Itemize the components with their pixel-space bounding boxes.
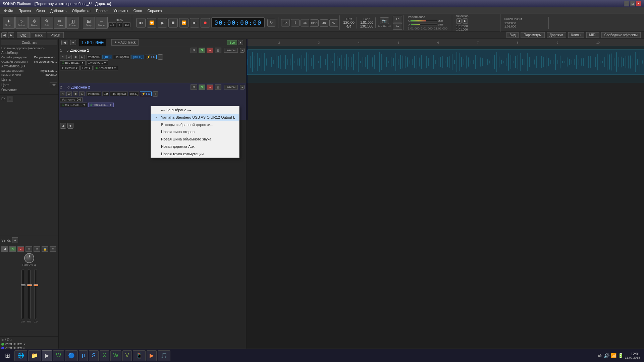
- sends-add-button[interactable]: +: [12, 237, 18, 243]
- tab-proch[interactable]: ProCh: [47, 32, 64, 38]
- taskbar-media[interactable]: ▶: [147, 350, 157, 361]
- view-all-button[interactable]: Все: [227, 40, 237, 45]
- track-solo-1[interactable]: S: [199, 48, 205, 53]
- add-track-button[interactable]: + + Add Track: [111, 39, 139, 46]
- master-arm-button[interactable]: ●: [17, 246, 24, 252]
- taskbar-viber[interactable]: V: [122, 350, 132, 361]
- fx-add-button[interactable]: +: [7, 96, 13, 102]
- master-mute2-button[interactable]: M: [50, 246, 56, 252]
- record-mode-value[interactable]: Касание: [45, 73, 57, 77]
- track-output-dropdown-1[interactable]: ① AcstcGtrSt ▼: [94, 66, 118, 70]
- erase-tool-button[interactable]: ◫ Erase: [66, 17, 78, 29]
- pdc-button[interactable]: PDC: [310, 19, 319, 27]
- view-dropdown-button[interactable]: ▼: [238, 40, 243, 45]
- fader-track-2[interactable]: [28, 269, 31, 319]
- track-fx-1[interactable]: ⚡ FX: [145, 55, 157, 59]
- taskbar-wmp[interactable]: ▶: [42, 350, 52, 361]
- track-w-2[interactable]: W: [66, 92, 72, 96]
- track-plugin-dropdown-1[interactable]: 1МсrsftG... ▼: [87, 60, 108, 65]
- track-arm-1[interactable]: ●: [207, 48, 213, 53]
- sel-prev-button[interactable]: ◀: [456, 18, 462, 24]
- track-mute-1[interactable]: M: [191, 48, 197, 53]
- expand-empty-button[interactable]: ▼: [67, 123, 73, 129]
- taskbar-word2[interactable]: W: [110, 350, 121, 361]
- track-w-1[interactable]: W: [66, 55, 72, 59]
- track-clips-label-1[interactable]: Клипы: [224, 48, 238, 53]
- select-tool-button[interactable]: ▷ Select: [15, 17, 28, 29]
- master-monitor-button[interactable]: ◎: [25, 246, 32, 252]
- track-output-dropdown-2[interactable]: ① YmSUAU... ▼: [88, 103, 114, 107]
- track-level-value-1[interactable]: (101): [102, 55, 112, 59]
- marks-button[interactable]: ⊢ Marks: [96, 17, 108, 29]
- tracks-button[interactable]: Дорожки: [547, 32, 566, 38]
- track-clips-label-2[interactable]: Клипы: [224, 85, 238, 89]
- snap-frac2[interactable]: 1/3: [123, 22, 131, 27]
- taskbar-chrome[interactable]: 🔵: [65, 350, 78, 361]
- view-button[interactable]: Вид: [506, 32, 519, 38]
- snap-button[interactable]: ⊞ Snap: [83, 17, 95, 29]
- sel-next-button[interactable]: ▶: [463, 18, 468, 24]
- maximize-button[interactable]: □: [630, 1, 635, 6]
- play-button[interactable]: ▶: [158, 18, 167, 27]
- ff-fast-button[interactable]: 2x: [301, 19, 309, 26]
- taskbar-phone[interactable]: 📱: [133, 350, 146, 361]
- track-expand-button[interactable]: ▶: [8, 32, 14, 38]
- go-end-button[interactable]: ⏭: [190, 18, 199, 27]
- track-fx-add-1[interactable]: +: [158, 54, 163, 60]
- dropdown-item-none[interactable]: --- Не выбрано ---: [151, 106, 239, 114]
- track-pan-value-1[interactable]: (0% Ц): [131, 55, 144, 59]
- close-button[interactable]: ✕: [636, 1, 641, 6]
- w-button[interactable]: W: [329, 19, 338, 27]
- layer-dropdown[interactable]: [50, 82, 57, 87]
- menu-windows[interactable]: Окна: [34, 8, 48, 13]
- fader-thumb-2[interactable]: [27, 284, 32, 286]
- menu-help[interactable]: Справка: [145, 8, 164, 13]
- pan-knob[interactable]: [24, 253, 34, 263]
- dropdown-item-yamaha[interactable]: ✓ Yamaha Steinberg USB ASIO UR12 Output …: [151, 114, 239, 121]
- snap-num[interactable]: 3: [117, 22, 122, 27]
- midi-button[interactable]: 48: [320, 19, 328, 27]
- track-star-1[interactable]: ✱: [73, 55, 78, 59]
- minimize-button[interactable]: ─: [624, 1, 629, 6]
- track-solo-2[interactable]: S: [199, 84, 205, 90]
- taskbar-ie[interactable]: 🌐: [14, 350, 27, 361]
- track-a-2[interactable]: A: [79, 92, 85, 96]
- taskbar-explorer[interactable]: 📁: [28, 350, 41, 361]
- start-button[interactable]: ⊞: [1, 350, 13, 361]
- master-freeze-button[interactable]: M: [34, 246, 40, 252]
- params-button[interactable]: Параметры: [521, 32, 544, 38]
- menu-project[interactable]: Проект: [93, 8, 111, 13]
- draw-tool-button[interactable]: ✏ Draw: [54, 17, 66, 29]
- fader-track-3[interactable]: [34, 269, 37, 319]
- fast-forward-button[interactable]: ⏩: [179, 18, 189, 27]
- track-star-2[interactable]: ✱: [73, 92, 78, 96]
- track-collapse-1[interactable]: ▲: [240, 48, 245, 53]
- rewind-button[interactable]: ⏪: [147, 18, 156, 27]
- tab-track[interactable]: Track: [31, 32, 46, 38]
- menu-utilities[interactable]: Утилиты: [111, 8, 131, 13]
- fader-track-1[interactable]: [21, 269, 24, 319]
- offline-render-value[interactable]: По умолчанию...: [34, 60, 57, 63]
- track-a-1[interactable]: A: [79, 55, 85, 59]
- taskbar-utorrent[interactable]: μ: [79, 350, 88, 361]
- taskbar-excel[interactable]: X: [100, 350, 109, 361]
- dropdown-item-new-aux[interactable]: Новая дорожка Aux: [151, 143, 239, 150]
- camera-button[interactable]: 📷: [380, 17, 389, 24]
- redo-button[interactable]: ↪: [393, 23, 402, 30]
- rewind-fast-button[interactable]: ⟪: [291, 19, 300, 26]
- move-tool-button[interactable]: ✥ Move: [28, 17, 40, 29]
- menu-file[interactable]: Файл: [1, 8, 16, 13]
- edit-tool-button[interactable]: ✎ Edit: [41, 17, 53, 29]
- taskbar-word[interactable]: W: [53, 350, 64, 361]
- taskbar-sonar[interactable]: 🎵: [158, 350, 170, 361]
- dropdown-item-outputs[interactable]: Выходы выбранной дорожки...: [151, 121, 239, 128]
- fader-thumb-3[interactable]: [34, 284, 38, 286]
- online-render-value[interactable]: По умолчанию...: [34, 56, 57, 59]
- midi-button-tab[interactable]: MIDI: [586, 32, 599, 38]
- track-r-1[interactable]: R: [60, 55, 65, 59]
- free-fx-button[interactable]: Свободные эффекты: [601, 32, 641, 38]
- loop-button[interactable]: ↻: [267, 19, 275, 27]
- dropdown-item-new-patch[interactable]: Новая точка коммутации: [151, 150, 239, 158]
- track-monitor-2[interactable]: ◎: [215, 84, 221, 90]
- track-pan-value-2[interactable]: 0% Ц: [129, 92, 139, 96]
